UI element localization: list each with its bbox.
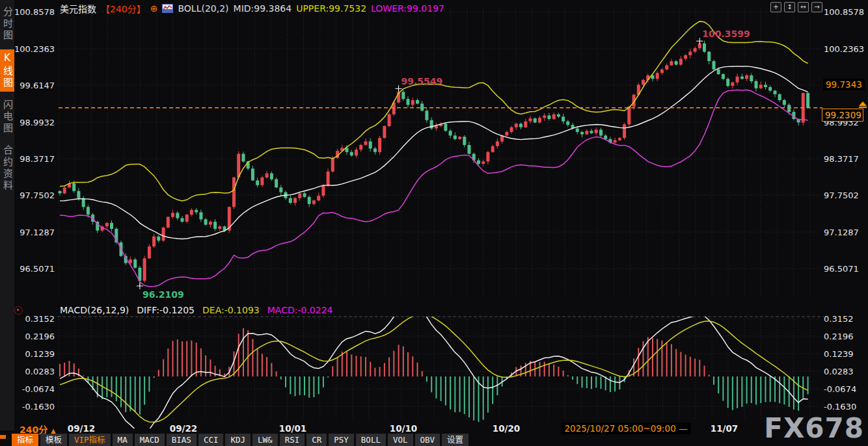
indicator-chart-icon[interactable] — [162, 4, 173, 13]
time-tick: 10/01 — [279, 423, 307, 434]
macd-axis-label-right: 0.2196 — [824, 332, 854, 341]
highlighted-time-range: 2025/10/27 05:00~09:00 — — [561, 423, 690, 434]
symbol-title: 美元指数 — [60, 2, 96, 15]
up-triangle-icon — [859, 101, 867, 106]
toolbar-button-CCI[interactable]: CCI — [198, 434, 224, 446]
toolbar-button-BOLL[interactable]: BOLL — [356, 434, 386, 446]
app: { "header": { "title": "美元指数", "period_t… — [0, 0, 868, 446]
toolbar-button-BIAS[interactable]: BIAS — [167, 434, 197, 446]
zoom-horizontal-icon[interactable]: ↔ — [798, 2, 809, 12]
time-tick: 11/07 — [711, 423, 739, 434]
zoom-vertical-icon[interactable]: ↕ — [784, 2, 795, 12]
macd-macd-value: MACD:-0.0224 — [267, 305, 333, 315]
time-tick: 09/22 — [170, 423, 198, 434]
boll-upper-value: UPPER:99.7532 — [296, 3, 366, 14]
sidebar-item-time-chart[interactable]: 分时图 — [0, 4, 14, 44]
add-overlay-icon[interactable]: ⊕ — [150, 3, 158, 14]
macd-axis-label-right: 0.1239 — [824, 349, 854, 359]
extreme-low-label: 96.2109 — [142, 289, 184, 300]
macd-dea-value: DEA:-0.1093 — [202, 305, 260, 315]
time-tick: 09/12 — [68, 423, 96, 434]
boll-mid-value: MID:99.3864 — [234, 3, 292, 14]
toolbar-button-KDJ[interactable]: KDJ — [225, 434, 251, 446]
macd-axis-label-right: 0.0283 — [824, 367, 854, 376]
current-price-badge: 99.2309 — [822, 109, 863, 122]
boll-indicator-label: BOLL(20,2) — [178, 3, 228, 14]
price-axis-label-right: 100.2363 — [824, 44, 864, 54]
price-axis-label-right: 100.8578 — [824, 7, 864, 17]
upper-band-badge: 99.7343 — [823, 79, 865, 90]
price-axis-label-right: 97.7502 — [824, 190, 859, 200]
sidebar: 分时图K线图闪电图合约资料 — [0, 0, 14, 430]
price-up-arrow-icon — [859, 101, 867, 108]
macd-axis-label-right: -0.1630 — [824, 402, 856, 412]
toolbar-overflow-indicator — [0, 435, 6, 439]
extreme-high-label: 100.3599 — [702, 29, 750, 39]
chart-tools: +↕↔→ — [770, 2, 822, 12]
toolbar-button-VIP指标[interactable]: VIP指标 — [69, 434, 111, 446]
time-tick: 10/20 — [493, 423, 521, 434]
macd-diff-value: DIFF:-0.1205 — [137, 305, 195, 315]
sidebar-item-flash-chart[interactable]: 闪电图 — [0, 97, 14, 137]
pan-icon[interactable]: + — [770, 2, 781, 12]
indicator-settings-icon[interactable] — [14, 306, 23, 315]
arrow-base — [859, 107, 867, 108]
macd-axis-label-right: 0.3152 — [824, 314, 854, 324]
scroll-right-icon[interactable]: → — [811, 2, 822, 12]
boll-lower-value: LOWER:99.0197 — [371, 3, 444, 14]
toolbar-button-指标[interactable]: 指标 — [12, 434, 38, 446]
chart-canvas[interactable] — [0, 0, 868, 446]
macd-header: MACD(26,12,9) DIFF:-0.1205 DEA:-0.1093 M… — [60, 305, 332, 315]
sidebar-item-contract-info[interactable]: 合约资料 — [0, 142, 14, 194]
indicator-toolbar: 指标模板VIP指标MAMACDBIASCCIKDJLW&RSICRPSYBOLL… — [12, 434, 468, 446]
toolbar-button-设置[interactable]: 设置 — [442, 434, 468, 446]
toolbar-button-MA[interactable]: MA — [113, 434, 133, 446]
time-tick: 10/10 — [390, 423, 418, 434]
toolbar-button-RSI[interactable]: RSI — [280, 434, 305, 446]
period-tag: 【240分】 — [101, 2, 146, 15]
main-chart-header: 美元指数 【240分】 ⊕ BOLL(20,2) MID:99.3864 UPP… — [60, 2, 444, 15]
time-axis: 240分 ▲ 09/1209/2210/0110/1010/2011/07202… — [0, 423, 868, 434]
toolbar-button-模板[interactable]: 模板 — [40, 434, 67, 446]
extreme-high-label: 99.5549 — [401, 76, 443, 86]
chart-window: 分时图K线图闪电图合约资料 美元指数 【240分】 ⊕ BOLL(20,2) M… — [0, 0, 868, 446]
toolbar-button-MACD[interactable]: MACD — [135, 434, 165, 446]
boll-lower-line — [60, 90, 808, 287]
toolbar-button-PSY[interactable]: PSY — [329, 434, 354, 446]
price-axis-label-right: 98.3717 — [824, 154, 859, 164]
toolbar-button-CR[interactable]: CR — [306, 434, 327, 446]
price-axis-label-right: 97.1287 — [824, 228, 859, 237]
macd-title: MACD(26,12,9) — [60, 305, 129, 315]
toolbar-button-LW&[interactable]: LW& — [252, 434, 278, 446]
macd-axis-label-right: -0.0674 — [824, 384, 856, 394]
sidebar-item-kline-chart[interactable]: K线图 — [0, 49, 14, 92]
toolbar-button-VOL[interactable]: VOL — [388, 434, 413, 446]
toolbar-button-OBV[interactable]: OBV — [415, 434, 441, 446]
price-axis-label-right: 96.5071 — [824, 264, 859, 274]
